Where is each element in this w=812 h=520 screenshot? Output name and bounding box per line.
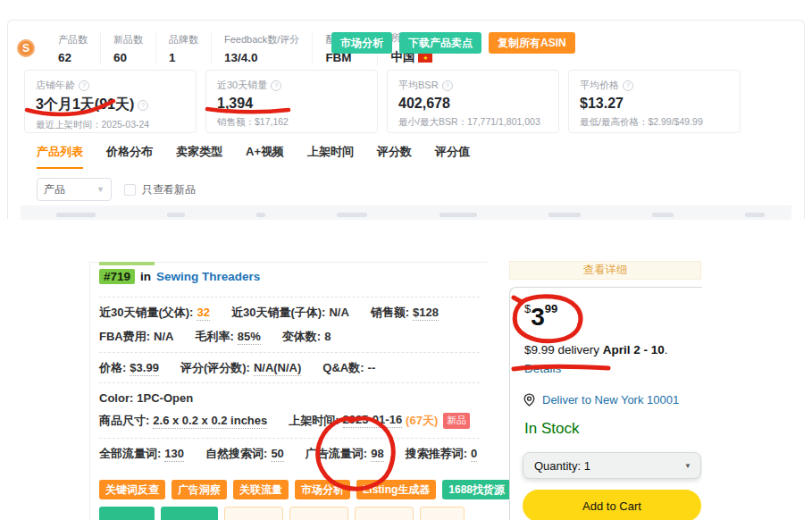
tab-price-distribution[interactable]: 价格分布 — [106, 144, 153, 169]
keyword-reverse-lookup-button[interactable]: 关键词反查 — [99, 480, 165, 499]
table-header-strip-cropped — [21, 205, 791, 220]
product-detail-panel: #719 in Sewing Threaders 近30天销量(父体):32 近… — [89, 262, 488, 520]
keywords-line: 全部流量词:130 自然搜索词:50 广告流量词:98 搜索推荐词:0 — [99, 445, 477, 462]
tab-launch-date[interactable]: 上架时间 — [307, 144, 354, 169]
deliver-to-link[interactable]: Deliver to New York 10001 — [523, 393, 679, 407]
info-icon[interactable]: ? — [271, 80, 281, 91]
info-icon[interactable]: ? — [138, 100, 148, 111]
panel-tabs: 产品列表 价格分布 卖家类型 A+视频 上架时间 评分数 评分值 — [37, 144, 470, 169]
stock-status: In Stock — [524, 420, 579, 438]
delivery-text: $9.99 delivery April 2 - 10. — [524, 343, 668, 356]
stat-new-product-count: 新品数 60 — [100, 33, 155, 64]
download-selling-points-button[interactable]: 下载产品卖点 — [399, 32, 481, 54]
tag-button-cropped[interactable] — [224, 507, 283, 520]
color-line: Color:1PC-Open — [99, 390, 193, 406]
tag-button-cropped[interactable] — [99, 507, 155, 520]
stat-brand-count: 品牌数 1 — [155, 33, 211, 64]
new-products-only-checkbox[interactable]: 只查看新品 — [124, 182, 196, 197]
sales-line: 近30天销量(父体):32 近30天销量(子体):N/A 销售额:$128 — [99, 304, 439, 321]
market-analysis-tag-button[interactable]: 市场分析 — [295, 480, 350, 499]
avg-price-card: 平均价格? $13.27 最低/最高价格：$2.99/$49.99 — [568, 70, 741, 133]
details-link[interactable]: Details — [524, 362, 561, 375]
rank-badge: #719 — [99, 269, 135, 284]
category-link[interactable]: Sewing Threaders — [156, 270, 260, 283]
info-icon[interactable]: ? — [623, 80, 633, 91]
checkbox-icon[interactable] — [124, 184, 136, 196]
dashed-divider — [99, 352, 480, 353]
info-icon[interactable]: ? — [79, 80, 89, 91]
stat-product-count: 产品数 62 — [46, 33, 100, 64]
tool-tags-row-cropped — [99, 507, 465, 520]
dashed-divider — [99, 297, 480, 298]
store-age-card: 店铺年龄? 3个月1天(91天)? 最近上架时间：2025-03-24 — [24, 70, 197, 133]
new-item-badge: 新品 — [443, 413, 470, 429]
tag-button-cropped[interactable] — [161, 507, 218, 520]
quantity-select[interactable]: Quantity: 1 ▼ — [523, 452, 701, 479]
price-line: 价格:$3.99 评分(评分数):N/A(N/A) Q&A数:-- — [99, 359, 375, 376]
chevron-down-icon: ▼ — [96, 185, 105, 194]
sellersprite-logo-icon: S — [17, 39, 35, 57]
tag-button-cropped[interactable] — [355, 507, 414, 520]
tab-product-list[interactable]: 产品列表 — [37, 144, 83, 169]
copy-all-asin-button[interactable]: 复制所有ASIN — [489, 32, 575, 54]
price: $399 — [524, 302, 557, 331]
add-to-cart-button[interactable]: Add to Cart — [523, 490, 701, 520]
chevron-down-icon: ▼ — [684, 462, 691, 470]
filter-row: 产品 ▼ 只查看新品 — [37, 178, 196, 201]
screenshot-stage: S 产品数 62 新品数 60 品牌数 1 Feedback数/评分 13/4.… — [0, 0, 812, 520]
cropped-green-badge — [99, 262, 155, 265]
store-analytics-panel: S 产品数 62 新品数 60 品牌数 1 Feedback数/评分 13/4.… — [7, 20, 805, 219]
location-pin-icon — [523, 393, 536, 407]
product-select[interactable]: 产品 ▼ — [37, 178, 112, 201]
header-actions: 市场分析 下载产品卖点 复制所有ASIN — [331, 32, 575, 54]
dashed-divider — [99, 438, 480, 439]
dashed-divider — [99, 382, 480, 383]
find-1688-source-button[interactable]: 1688找货源 — [442, 480, 511, 499]
summary-cards-row: 店铺年龄? 3个月1天(91天)? 最近上架时间：2025-03-24 近30天… — [24, 70, 741, 133]
fee-line: FBA费用:N/A 毛利率:85% 变体数:8 — [99, 328, 331, 345]
tab-rating-value[interactable]: 评分值 — [435, 144, 470, 169]
listing-generator-button[interactable]: Listing生成器 — [356, 480, 436, 499]
tag-button-cropped[interactable] — [289, 507, 348, 520]
tab-rating-count[interactable]: 评分数 — [377, 144, 412, 169]
stat-feedback-rating: Feedback数/评分 13/4.0 — [211, 33, 312, 64]
ad-insight-button[interactable]: 广告洞察 — [172, 480, 227, 499]
tab-seller-type[interactable]: 卖家类型 — [176, 144, 222, 169]
sales-30d-card: 近30天销量? 1,394 销售额：$17,162 — [205, 70, 378, 133]
tab-aplus-video[interactable]: A+视频 — [246, 144, 284, 169]
market-analysis-button[interactable]: 市场分析 — [331, 32, 392, 54]
tag-button-cropped[interactable] — [420, 507, 465, 520]
dimensions-line: 商品尺寸:2.6 x 0.2 x 0.2 inches 上架时间: 2025-0… — [99, 412, 470, 429]
view-detail-button[interactable]: 查看详细 — [509, 261, 701, 280]
avg-bsr-card: 平均BSR? 402,678 最小/最大BSR：17,771/1,801,003 — [387, 70, 559, 133]
related-traffic-button[interactable]: 关联流量 — [233, 480, 289, 499]
amazon-buybox-panel: $399 $9.99 delivery April 2 - 10. Detail… — [509, 287, 702, 520]
tool-tags-row: 关键词反查 广告洞察 关联流量 市场分析 Listing生成器 1688找货源 — [99, 480, 511, 499]
china-flag-icon: ★ — [418, 53, 432, 63]
info-icon[interactable]: ? — [442, 80, 453, 91]
rank-line: #719 in Sewing Threaders — [99, 269, 260, 284]
